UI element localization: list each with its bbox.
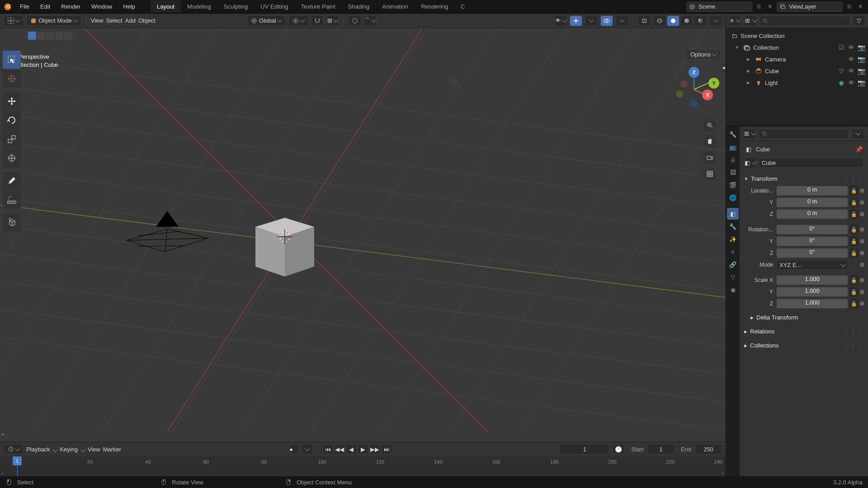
gizmos-toggle[interactable]	[570, 15, 582, 26]
viewport-object-menu[interactable]: Object	[138, 17, 156, 24]
object-data-link[interactable]: ◧	[744, 157, 756, 168]
jump-start[interactable]: ⏮	[322, 444, 333, 454]
transform-header[interactable]: ▼Transform⋮⋮⋮	[743, 173, 864, 185]
eye-icon[interactable]: 👁	[847, 79, 855, 87]
location-x-input[interactable]: 0 m	[776, 186, 848, 196]
viewport-select-menu[interactable]: Select	[106, 17, 123, 24]
tool-measure[interactable]	[3, 191, 21, 209]
anim-rot-y[interactable]	[860, 239, 864, 244]
tab-texture-paint[interactable]: Texture Paint	[295, 0, 342, 13]
tab-more[interactable]: C	[454, 0, 471, 13]
ruler-handle-left[interactable]: ▸	[2, 471, 4, 475]
eye-icon[interactable]: 👁	[847, 43, 855, 52]
menu-file[interactable]: File	[15, 1, 34, 12]
tool-rotate[interactable]	[3, 111, 21, 129]
properties-options[interactable]	[852, 128, 864, 139]
tab-modifiers[interactable]: 🔧	[727, 221, 739, 232]
gizmos-dropdown[interactable]	[585, 15, 598, 26]
auto-keying-dd[interactable]	[302, 444, 313, 454]
menu-render[interactable]: Render	[57, 1, 85, 12]
orientation-select[interactable]: Global	[247, 15, 286, 26]
tab-modeling[interactable]: Modeling	[181, 0, 217, 13]
timeline-ruler[interactable]: 1 20 40 60 80 100 120 140 160 180 200 22…	[0, 456, 726, 476]
properties-type[interactable]: ⊞	[743, 128, 756, 139]
tab-tool[interactable]: 🔧	[727, 128, 739, 140]
tab-viewlayer[interactable]: 🖼	[727, 166, 739, 178]
ruler-handle-right[interactable]: ◂	[722, 471, 724, 475]
tab-shading[interactable]: Shading	[342, 0, 376, 13]
tool-select[interactable]	[3, 51, 21, 69]
tab-world[interactable]: 🌐	[727, 192, 739, 203]
scene-delete-button[interactable]: ✕	[766, 3, 774, 11]
playhead[interactable]: 1	[13, 456, 22, 465]
outliner-display[interactable]: ⊞	[744, 15, 757, 26]
eye-icon[interactable]: 👁	[847, 67, 855, 75]
prev-keyframe[interactable]: ◀◀	[334, 444, 345, 454]
viewport-view-menu[interactable]: View	[91, 17, 104, 24]
anim-sz[interactable]	[860, 301, 864, 306]
lock-x[interactable]: 🔓	[849, 186, 859, 196]
viewlayer-selector[interactable]	[777, 2, 843, 12]
checkbox-icon[interactable]: ☑	[837, 43, 845, 52]
timeline-playback-menu[interactable]: Playback	[26, 446, 57, 453]
tool-scale[interactable]	[3, 130, 21, 148]
timeline-marker-menu[interactable]: Marker	[103, 446, 121, 453]
location-z-input[interactable]: 0 m	[776, 209, 848, 219]
tab-object[interactable]: ◧	[727, 208, 739, 220]
lock-z[interactable]: 🔓	[849, 209, 859, 219]
current-frame-input[interactable]	[560, 444, 609, 454]
rotation-x-input[interactable]: 0°	[776, 225, 848, 235]
tree-arrow-icon[interactable]: ▶	[747, 69, 752, 73]
collections-header[interactable]: ▶Collections⋮⋮⋮	[743, 339, 864, 352]
tab-render[interactable]: 📺	[727, 141, 739, 153]
auto-keying[interactable]: ●	[289, 444, 299, 454]
pin-button[interactable]: 📌	[854, 145, 863, 154]
frame-rate-button[interactable]: 🕐	[612, 444, 625, 454]
object-name-input[interactable]	[759, 158, 863, 168]
lock-sx[interactable]: 🔓	[849, 275, 859, 285]
rotation-z-input[interactable]: 0°	[776, 248, 848, 258]
mode-select[interactable]: Object Mode	[26, 15, 81, 26]
overlays-toggle[interactable]	[600, 15, 613, 26]
timeline-view-menu[interactable]: View	[88, 446, 100, 453]
menu-edit[interactable]: Edit	[36, 1, 55, 12]
shading-wireframe[interactable]	[653, 15, 666, 26]
shading-rendered[interactable]	[694, 15, 707, 26]
proportional-falloff[interactable]: ⌒	[364, 15, 377, 26]
lock-ry[interactable]: 🔓	[849, 236, 859, 246]
light-row[interactable]: ▶ Light ◉👁📷	[726, 77, 868, 89]
scene-selector[interactable]	[686, 2, 752, 12]
play[interactable]: ▶	[358, 444, 368, 454]
scene-new-button[interactable]: ⎘	[755, 3, 763, 11]
next-keyframe[interactable]: ▶▶	[369, 444, 380, 454]
menu-help[interactable]: Help	[118, 1, 140, 12]
jump-end[interactable]: ⏭	[381, 444, 392, 454]
viewlayer-delete-button[interactable]: ✕	[856, 3, 864, 11]
tab-output[interactable]: 🖨	[727, 154, 739, 165]
anim-mode[interactable]	[860, 263, 864, 267]
cube-object[interactable]	[240, 200, 321, 281]
tab-particles[interactable]: ✨	[727, 233, 739, 245]
overlays-dropdown[interactable]	[616, 15, 628, 26]
cube-row[interactable]: ▶ Cube ▽👁📷	[726, 65, 868, 77]
outliner-search[interactable]	[760, 16, 850, 26]
tool-cursor[interactable]	[3, 70, 21, 88]
lock-y[interactable]: 🔓	[849, 197, 859, 207]
scene-collection-row[interactable]: 🗀 Scene Collection	[726, 30, 868, 42]
collection-row[interactable]: ▼ Collection ☑ 👁 📷	[726, 42, 868, 53]
scene-input[interactable]	[696, 3, 750, 10]
lock-sy[interactable]: 🔓	[849, 287, 859, 297]
render-icon[interactable]: 📷	[857, 43, 865, 52]
properties-search[interactable]	[759, 129, 849, 139]
outliner-type[interactable]: ≡	[729, 15, 741, 26]
lock-rz[interactable]: 🔓	[849, 248, 859, 258]
timeline-editor-type[interactable]	[4, 444, 24, 454]
tool-transform[interactable]	[3, 149, 21, 167]
3d-viewport[interactable]: User Perspective (1) Collection | Cube +…	[0, 28, 726, 441]
render-icon[interactable]: 📷	[857, 67, 865, 75]
lock-rx[interactable]: 🔓	[849, 225, 859, 235]
tab-material[interactable]: ◉	[727, 284, 739, 296]
tab-data[interactable]: ▽	[727, 271, 739, 283]
tool-move[interactable]	[3, 92, 21, 110]
scale-x-input[interactable]: 1.000	[776, 275, 848, 285]
